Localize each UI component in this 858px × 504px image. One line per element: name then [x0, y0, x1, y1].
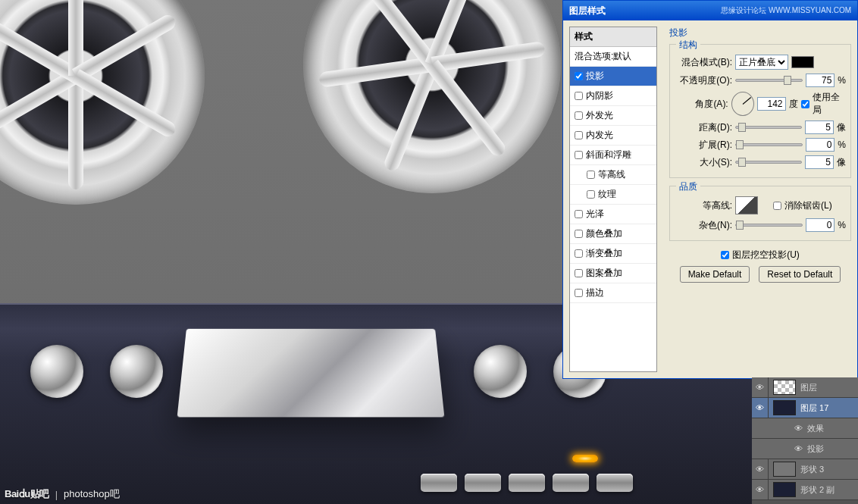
contour-label: 等高线:	[678, 199, 732, 212]
style-checkbox[interactable]	[575, 289, 583, 297]
style-checkbox[interactable]	[575, 92, 583, 100]
layer-thumb	[773, 482, 796, 497]
layers-panel: 👁 图层 👁 图层 17 👁 效果 👁 投影 👁 形状 3 👁 形状 2 副	[752, 377, 858, 504]
style-item-stroke[interactable]: 描边	[570, 283, 656, 303]
structure-group: 结构 混合模式(B): 正片叠底 不透明度(O): % 角度(A): 度	[669, 44, 851, 178]
style-item-gradoverlay[interactable]: 渐变叠加	[570, 244, 656, 264]
style-checkbox[interactable]	[575, 210, 583, 218]
style-item-patoverlay[interactable]: 图案叠加	[570, 264, 656, 283]
style-item-bevel[interactable]: 斜面和浮雕	[570, 146, 656, 165]
noise-slider[interactable]	[735, 224, 803, 227]
layer-label: 形状 3	[800, 464, 824, 475]
knockout-label: 图层挖空投影(U)	[732, 249, 800, 261]
layer-row-group[interactable]: 👁 图层	[752, 377, 858, 398]
size-slider[interactable]	[735, 161, 802, 164]
layer-style-dialog: 图层样式 思缘设计论坛 WWW.MISSYUAN.COM 样式 混合选项:默认 …	[562, 0, 858, 379]
style-item-innershadow[interactable]: 内阴影	[570, 86, 656, 106]
layer-thumb	[773, 462, 796, 477]
dialog-title: 图层样式	[569, 5, 606, 17]
style-item-satin[interactable]: 光泽	[570, 205, 656, 224]
tape-reel-right	[303, 0, 561, 193]
unit-px: 像	[837, 121, 846, 134]
noise-label: 杂色(N):	[678, 219, 732, 232]
noise-input[interactable]	[806, 218, 835, 232]
layer-row-effects[interactable]: 👁 效果	[752, 418, 858, 439]
style-checkbox[interactable]	[575, 269, 583, 277]
layer-thumb	[773, 400, 796, 415]
style-checkbox[interactable]	[587, 171, 595, 179]
style-checkbox[interactable]	[575, 230, 583, 238]
unit-px: 像	[837, 156, 846, 169]
shadow-color-swatch[interactable]	[791, 56, 814, 68]
head-cover	[177, 329, 445, 418]
distance-input[interactable]	[805, 121, 834, 134]
global-light-label: 使用全局	[813, 91, 846, 117]
antialias-label: 消除锯齿(L)	[784, 199, 832, 212]
opacity-slider[interactable]	[735, 79, 803, 82]
capstan-knob	[30, 345, 83, 398]
watermark-sep: |	[55, 489, 58, 500]
style-checkbox[interactable]	[575, 151, 583, 159]
styles-header: 样式	[570, 27, 656, 47]
layer-row[interactable]: 👁 形状 2 副	[752, 480, 858, 500]
layer-row[interactable]: 👁 形状 3	[752, 459, 858, 480]
effect-label: 投影	[807, 443, 824, 455]
blend-mode-select[interactable]: 正片叠底	[735, 55, 788, 70]
style-checkbox[interactable]	[575, 111, 583, 120]
styles-list[interactable]: 样式 混合选项:默认 投影 内阴影 外发光 内发光 斜面和浮雕 等高线 纹理 光…	[569, 27, 657, 372]
layer-label: 图层 17	[800, 402, 828, 414]
style-checkbox[interactable]	[575, 72, 583, 80]
antialias-checkbox[interactable]	[773, 202, 781, 210]
reset-default-button[interactable]: Reset to Default	[759, 266, 841, 283]
style-item-coloroverlay[interactable]: 颜色叠加	[570, 224, 656, 244]
visibility-toggle[interactable]: 👁	[752, 459, 769, 479]
distance-slider[interactable]	[735, 126, 802, 129]
style-item-dropshadow[interactable]: 投影	[570, 67, 656, 86]
unit-percent: %	[838, 75, 846, 86]
spread-label: 扩展(R):	[678, 139, 732, 152]
visibility-toggle[interactable]: 👁	[752, 398, 769, 418]
transport-buttons	[421, 474, 633, 492]
style-checkbox[interactable]	[575, 249, 583, 258]
opacity-label: 不透明度(O):	[678, 74, 732, 87]
style-item-texture[interactable]: 纹理	[570, 185, 656, 205]
spread-slider[interactable]	[735, 143, 803, 146]
watermark: Bai𝖽u贴吧 | photoshop吧	[5, 487, 120, 501]
knockout-checkbox[interactable]	[721, 251, 729, 259]
visibility-toggle[interactable]: 👁	[752, 377, 769, 397]
unit-degree: 度	[789, 98, 798, 111]
distance-label: 距离(D):	[678, 121, 732, 134]
blend-mode-label: 混合模式(B):	[678, 56, 732, 69]
capstan-knob	[474, 345, 527, 398]
group-label: 结构	[676, 39, 700, 52]
dialog-titlebar[interactable]: 图层样式 思缘设计论坛 WWW.MISSYUAN.COM	[563, 1, 857, 20]
spread-input[interactable]	[806, 138, 835, 152]
angle-input[interactable]	[757, 97, 786, 111]
layer-row-selected[interactable]: 👁 图层 17	[752, 398, 858, 418]
style-item-contour[interactable]: 等高线	[570, 165, 656, 185]
global-light-checkbox[interactable]	[801, 100, 809, 108]
opacity-input[interactable]	[806, 74, 835, 87]
contour-picker[interactable]	[735, 196, 758, 214]
unit-percent: %	[838, 220, 846, 230]
layer-label: 形状 2 副	[800, 484, 835, 496]
group-label: 品质	[676, 180, 700, 193]
size-input[interactable]	[805, 155, 834, 169]
style-item-innerglow[interactable]: 内发光	[570, 126, 656, 146]
unit-percent: %	[838, 139, 846, 150]
size-label: 大小(S):	[678, 156, 732, 169]
tape-reel-left	[0, 0, 205, 205]
make-default-button[interactable]: Make Default	[680, 266, 750, 283]
layer-row-effect-dropshadow[interactable]: 👁 投影	[752, 439, 858, 459]
style-checkbox[interactable]	[587, 190, 595, 199]
effects-label: 效果	[807, 423, 824, 434]
angle-dial[interactable]	[731, 92, 754, 116]
style-checkbox[interactable]	[575, 131, 583, 139]
watermark-bar-name: photoshop吧	[64, 487, 120, 501]
layer-thumb	[773, 380, 796, 395]
style-item-blendopts[interactable]: 混合选项:默认	[570, 47, 656, 67]
capstan-knob	[110, 345, 163, 398]
style-item-outerglow[interactable]: 外发光	[570, 106, 656, 126]
led-indicator	[572, 455, 598, 462]
visibility-toggle[interactable]: 👁	[752, 480, 769, 499]
